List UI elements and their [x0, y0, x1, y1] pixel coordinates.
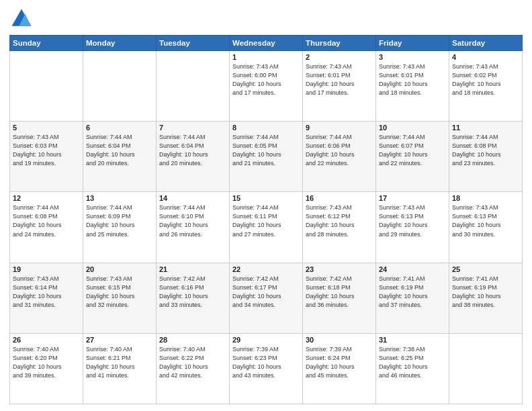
calendar-week-row: 5Sunrise: 7:43 AM Sunset: 6:03 PM Daylig…	[10, 122, 523, 192]
day-info: Sunrise: 7:43 AM Sunset: 6:13 PM Dayligh…	[379, 203, 446, 238]
day-number: 31	[379, 336, 446, 344]
weekday-header-tuesday: Tuesday	[157, 36, 230, 51]
calendar-cell	[83, 51, 157, 122]
weekday-header-wednesday: Wednesday	[230, 36, 303, 51]
day-info: Sunrise: 7:43 AM Sunset: 6:13 PM Dayligh…	[452, 203, 519, 238]
day-info: Sunrise: 7:44 AM Sunset: 6:08 PM Dayligh…	[13, 203, 80, 238]
day-number: 26	[13, 336, 80, 344]
calendar-cell: 8Sunrise: 7:44 AM Sunset: 6:05 PM Daylig…	[230, 122, 303, 192]
day-number: 3	[379, 53, 446, 61]
calendar-week-row: 1Sunrise: 7:43 AM Sunset: 6:00 PM Daylig…	[10, 51, 523, 122]
calendar-cell: 7Sunrise: 7:44 AM Sunset: 6:04 PM Daylig…	[157, 122, 230, 192]
day-info: Sunrise: 7:39 AM Sunset: 6:23 PM Dayligh…	[232, 345, 300, 380]
calendar-cell: 26Sunrise: 7:40 AM Sunset: 6:20 PM Dayli…	[10, 333, 83, 404]
calendar-cell: 25Sunrise: 7:41 AM Sunset: 6:19 PM Dayli…	[449, 263, 523, 333]
calendar-cell: 27Sunrise: 7:40 AM Sunset: 6:21 PM Dayli…	[83, 333, 157, 404]
weekday-header-row: SundayMondayTuesdayWednesdayThursdayFrid…	[10, 36, 523, 51]
day-number: 10	[379, 124, 446, 132]
calendar-table: SundayMondayTuesdayWednesdayThursdayFrid…	[9, 35, 523, 404]
logo	[9, 7, 36, 31]
calendar-cell: 4Sunrise: 7:43 AM Sunset: 6:02 PM Daylig…	[449, 51, 523, 122]
calendar-cell: 10Sunrise: 7:44 AM Sunset: 6:07 PM Dayli…	[376, 122, 449, 192]
day-number: 20	[86, 265, 153, 273]
day-info: Sunrise: 7:40 AM Sunset: 6:22 PM Dayligh…	[159, 345, 226, 380]
calendar-cell: 18Sunrise: 7:43 AM Sunset: 6:13 PM Dayli…	[449, 192, 523, 263]
day-number: 17	[379, 194, 446, 202]
calendar-cell: 1Sunrise: 7:43 AM Sunset: 6:00 PM Daylig…	[230, 51, 303, 122]
calendar-cell: 28Sunrise: 7:40 AM Sunset: 6:22 PM Dayli…	[157, 333, 230, 404]
day-info: Sunrise: 7:44 AM Sunset: 6:05 PM Dayligh…	[232, 133, 300, 168]
day-info: Sunrise: 7:44 AM Sunset: 6:11 PM Dayligh…	[232, 203, 300, 238]
day-number: 25	[452, 265, 519, 273]
day-info: Sunrise: 7:43 AM Sunset: 6:01 PM Dayligh…	[379, 62, 446, 97]
calendar-cell	[10, 51, 83, 122]
page: SundayMondayTuesdayWednesdayThursdayFrid…	[0, 0, 532, 411]
day-number: 2	[306, 53, 373, 61]
weekday-header-sunday: Sunday	[10, 36, 83, 51]
calendar-cell: 21Sunrise: 7:42 AM Sunset: 6:16 PM Dayli…	[157, 263, 230, 333]
day-number: 11	[452, 124, 519, 132]
day-info: Sunrise: 7:44 AM Sunset: 6:06 PM Dayligh…	[306, 133, 373, 168]
day-number: 1	[232, 53, 300, 61]
calendar-week-row: 26Sunrise: 7:40 AM Sunset: 6:20 PM Dayli…	[10, 333, 523, 404]
day-info: Sunrise: 7:40 AM Sunset: 6:20 PM Dayligh…	[13, 345, 80, 380]
calendar-cell: 17Sunrise: 7:43 AM Sunset: 6:13 PM Dayli…	[376, 192, 449, 263]
calendar-cell: 22Sunrise: 7:42 AM Sunset: 6:17 PM Dayli…	[230, 263, 303, 333]
weekday-header-saturday: Saturday	[449, 36, 523, 51]
calendar-cell: 12Sunrise: 7:44 AM Sunset: 6:08 PM Dayli…	[10, 192, 83, 263]
calendar-cell: 16Sunrise: 7:43 AM Sunset: 6:12 PM Dayli…	[303, 192, 376, 263]
day-number: 14	[159, 194, 226, 202]
day-info: Sunrise: 7:42 AM Sunset: 6:18 PM Dayligh…	[306, 275, 373, 310]
day-number: 19	[13, 265, 80, 273]
calendar-cell: 24Sunrise: 7:41 AM Sunset: 6:19 PM Dayli…	[376, 263, 449, 333]
logo-icon	[9, 7, 34, 31]
calendar-cell: 19Sunrise: 7:43 AM Sunset: 6:14 PM Dayli…	[10, 263, 83, 333]
weekday-header-friday: Friday	[376, 36, 449, 51]
day-number: 29	[232, 336, 300, 344]
day-number: 21	[159, 265, 226, 273]
calendar-cell: 13Sunrise: 7:44 AM Sunset: 6:09 PM Dayli…	[83, 192, 157, 263]
day-info: Sunrise: 7:44 AM Sunset: 6:07 PM Dayligh…	[379, 133, 446, 168]
day-info: Sunrise: 7:39 AM Sunset: 6:24 PM Dayligh…	[306, 345, 373, 380]
day-info: Sunrise: 7:44 AM Sunset: 6:04 PM Dayligh…	[86, 133, 153, 168]
day-number: 13	[86, 194, 153, 202]
day-info: Sunrise: 7:41 AM Sunset: 6:19 PM Dayligh…	[379, 275, 446, 310]
calendar-cell: 9Sunrise: 7:44 AM Sunset: 6:06 PM Daylig…	[303, 122, 376, 192]
calendar-cell: 11Sunrise: 7:44 AM Sunset: 6:08 PM Dayli…	[449, 122, 523, 192]
day-info: Sunrise: 7:44 AM Sunset: 6:09 PM Dayligh…	[86, 203, 153, 238]
day-number: 27	[86, 336, 153, 344]
calendar-cell: 5Sunrise: 7:43 AM Sunset: 6:03 PM Daylig…	[10, 122, 83, 192]
day-info: Sunrise: 7:43 AM Sunset: 6:00 PM Dayligh…	[232, 62, 300, 97]
day-info: Sunrise: 7:44 AM Sunset: 6:10 PM Dayligh…	[159, 203, 226, 238]
day-info: Sunrise: 7:43 AM Sunset: 6:02 PM Dayligh…	[452, 62, 519, 97]
calendar-cell: 15Sunrise: 7:44 AM Sunset: 6:11 PM Dayli…	[230, 192, 303, 263]
day-info: Sunrise: 7:43 AM Sunset: 6:14 PM Dayligh…	[13, 275, 80, 310]
day-number: 15	[232, 194, 300, 202]
day-info: Sunrise: 7:41 AM Sunset: 6:19 PM Dayligh…	[452, 275, 519, 310]
day-number: 8	[232, 124, 300, 132]
calendar-week-row: 12Sunrise: 7:44 AM Sunset: 6:08 PM Dayli…	[10, 192, 523, 263]
day-info: Sunrise: 7:40 AM Sunset: 6:21 PM Dayligh…	[86, 345, 153, 380]
weekday-header-thursday: Thursday	[303, 36, 376, 51]
day-number: 24	[379, 265, 446, 273]
calendar-cell: 31Sunrise: 7:38 AM Sunset: 6:25 PM Dayli…	[376, 333, 449, 404]
calendar-cell: 6Sunrise: 7:44 AM Sunset: 6:04 PM Daylig…	[83, 122, 157, 192]
calendar-week-row: 19Sunrise: 7:43 AM Sunset: 6:14 PM Dayli…	[10, 263, 523, 333]
day-number: 30	[306, 336, 373, 344]
day-info: Sunrise: 7:43 AM Sunset: 6:01 PM Dayligh…	[306, 62, 373, 97]
day-info: Sunrise: 7:43 AM Sunset: 6:15 PM Dayligh…	[86, 275, 153, 310]
day-info: Sunrise: 7:44 AM Sunset: 6:04 PM Dayligh…	[159, 133, 226, 168]
calendar-cell	[449, 333, 523, 404]
weekday-header-monday: Monday	[83, 36, 157, 51]
day-number: 28	[159, 336, 226, 344]
day-number: 9	[306, 124, 373, 132]
calendar-cell: 14Sunrise: 7:44 AM Sunset: 6:10 PM Dayli…	[157, 192, 230, 263]
calendar-cell: 23Sunrise: 7:42 AM Sunset: 6:18 PM Dayli…	[303, 263, 376, 333]
day-info: Sunrise: 7:42 AM Sunset: 6:16 PM Dayligh…	[159, 275, 226, 310]
day-info: Sunrise: 7:43 AM Sunset: 6:03 PM Dayligh…	[13, 133, 80, 168]
day-number: 6	[86, 124, 153, 132]
calendar-cell: 20Sunrise: 7:43 AM Sunset: 6:15 PM Dayli…	[83, 263, 157, 333]
calendar-cell: 2Sunrise: 7:43 AM Sunset: 6:01 PM Daylig…	[303, 51, 376, 122]
day-info: Sunrise: 7:44 AM Sunset: 6:08 PM Dayligh…	[452, 133, 519, 168]
calendar-cell: 3Sunrise: 7:43 AM Sunset: 6:01 PM Daylig…	[376, 51, 449, 122]
